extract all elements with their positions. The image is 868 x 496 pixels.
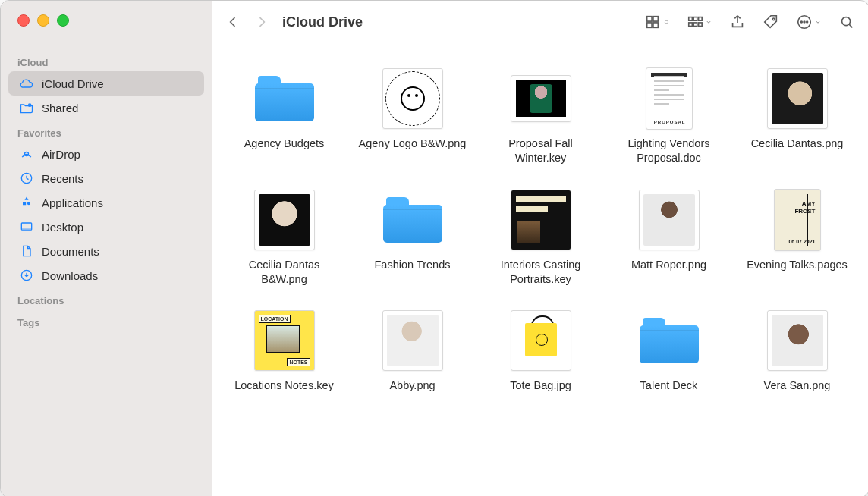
image-thumbnail xyxy=(254,190,315,250)
desktop-icon xyxy=(19,219,34,234)
svg-rect-11 xyxy=(699,17,703,21)
file-label: Abby.png xyxy=(389,378,435,393)
file-item[interactable]: Talent Deck xyxy=(612,309,725,393)
cloud-icon xyxy=(19,76,34,91)
file-item[interactable]: LOCATION NOTES Locations Notes.key xyxy=(228,309,341,393)
doc-footer-text: PROPOSAL xyxy=(654,120,686,124)
sidebar-item-shared[interactable]: Shared xyxy=(8,96,204,120)
file-label: Locations Notes.key xyxy=(234,378,334,393)
svg-rect-9 xyxy=(689,17,693,21)
more-actions-button[interactable] xyxy=(796,14,822,30)
pages-thumbnail: AMY FROST 06.07.2021 xyxy=(774,189,821,251)
document-icon xyxy=(19,243,34,259)
finder-window: iCloud iCloud Drive Shared Favorites xyxy=(0,0,868,496)
file-item[interactable]: Proposal Fall Winter.key xyxy=(484,67,597,165)
sidebar-item-label: Downloads xyxy=(42,269,98,282)
file-label: Cecilia Dantas.png xyxy=(751,137,844,151)
view-mode-button[interactable] xyxy=(644,14,670,30)
search-button[interactable] xyxy=(838,14,855,30)
file-label: Lighting Vendors Proposal.doc xyxy=(612,137,725,165)
file-label: Ageny Logo B&W.png xyxy=(359,137,467,151)
svg-rect-7 xyxy=(647,23,652,27)
sidebar-item-downloads[interactable]: Downloads xyxy=(8,263,204,287)
file-item[interactable]: Cecilia Dantas.png xyxy=(741,67,854,165)
svg-point-15 xyxy=(772,18,775,20)
sidebar-item-recents[interactable]: Recents xyxy=(8,166,204,190)
file-label: Matt Roper.png xyxy=(631,258,706,272)
file-item[interactable]: Fashion Trends xyxy=(356,188,469,287)
svg-rect-6 xyxy=(653,17,658,21)
file-item[interactable]: AMY FROST 06.07.2021 Evening Talks.pages xyxy=(741,188,854,287)
file-label: Fashion Trends xyxy=(375,258,451,272)
sidebar-item-label: Shared xyxy=(42,102,78,115)
sidebar-item-label: Applications xyxy=(42,196,103,209)
sidebar-item-desktop[interactable]: Desktop xyxy=(8,215,204,239)
image-thumbnail xyxy=(382,68,443,129)
file-label: Agency Budgets xyxy=(244,137,325,151)
file-item[interactable]: Ageny Logo B&W.png xyxy=(356,67,469,165)
file-label: Vera San.png xyxy=(764,378,831,393)
file-label: Proposal Fall Winter.key xyxy=(484,137,597,165)
keynote-thumbnail xyxy=(511,75,571,122)
chevron-down-icon xyxy=(814,15,822,29)
back-button[interactable] xyxy=(220,11,246,33)
svg-rect-3 xyxy=(21,223,31,230)
file-item[interactable]: Vera San.png xyxy=(741,309,854,393)
image-thumbnail xyxy=(639,190,700,250)
window-controls xyxy=(1,1,212,49)
content-area[interactable]: Agency Budgets Ageny Logo B&W.png Propos… xyxy=(212,44,868,496)
airdrop-icon xyxy=(19,146,34,162)
close-window-button[interactable] xyxy=(17,14,30,27)
svg-point-20 xyxy=(842,17,851,26)
clock-icon xyxy=(19,171,34,186)
minimize-window-button[interactable] xyxy=(37,14,49,27)
svg-rect-12 xyxy=(689,23,693,27)
sidebar-item-documents[interactable]: Documents xyxy=(8,239,204,263)
svg-point-19 xyxy=(807,21,808,23)
thumb-text: LOCATION xyxy=(259,315,291,323)
svg-rect-8 xyxy=(653,23,658,27)
file-item[interactable]: Agency Budgets xyxy=(228,67,341,165)
sidebar-item-label: Recents xyxy=(42,172,83,185)
main-area: iCloud Drive xyxy=(212,1,868,496)
svg-point-18 xyxy=(804,21,805,23)
window-title: iCloud Drive xyxy=(282,14,363,30)
file-label: Tote Bag.jpg xyxy=(510,378,571,393)
sidebar-item-icloud-drive[interactable]: iCloud Drive xyxy=(8,71,204,96)
thumb-text: AMY xyxy=(802,200,816,207)
share-button[interactable] xyxy=(729,14,746,30)
file-label: Evening Talks.pages xyxy=(747,258,848,272)
fullscreen-window-button[interactable] xyxy=(57,14,69,27)
icon-grid: Agency Budgets Ageny Logo B&W.png Propos… xyxy=(228,67,854,393)
forward-button[interactable] xyxy=(249,11,275,33)
file-item[interactable]: Tote Bag.jpg xyxy=(484,309,597,393)
file-item[interactable]: PROPOSAL Lighting Vendors Proposal.doc xyxy=(612,67,725,165)
sidebar-item-airdrop[interactable]: AirDrop xyxy=(8,142,204,166)
tags-button[interactable] xyxy=(763,14,779,30)
file-item[interactable]: Abby.png xyxy=(356,309,469,393)
sidebar-item-applications[interactable]: Applications xyxy=(8,190,204,215)
file-label: Cecilia Dantas B&W.png xyxy=(228,258,341,287)
sidebar: iCloud iCloud Drive Shared Favorites xyxy=(1,1,212,496)
chevron-down-icon xyxy=(705,15,712,29)
svg-rect-5 xyxy=(647,17,652,21)
folder-icon xyxy=(255,76,314,121)
svg-rect-10 xyxy=(693,17,697,21)
file-item[interactable]: Cecilia Dantas B&W.png xyxy=(228,188,341,287)
group-by-button[interactable] xyxy=(687,14,712,30)
toolbar: iCloud Drive xyxy=(212,1,868,44)
keynote-thumbnail: LOCATION NOTES xyxy=(254,310,315,371)
file-item[interactable]: Interiors Casting Portraits.key xyxy=(484,188,597,287)
file-item[interactable]: Matt Roper.png xyxy=(612,188,725,287)
image-thumbnail xyxy=(511,310,571,371)
image-thumbnail xyxy=(382,310,443,371)
sidebar-item-label: AirDrop xyxy=(42,148,80,161)
file-label: Interiors Casting Portraits.key xyxy=(484,258,597,287)
thumb-text: FROST xyxy=(794,208,815,215)
thumb-text: 06.07.2021 xyxy=(788,239,815,244)
svg-point-0 xyxy=(29,104,31,106)
sidebar-section-label: iCloud xyxy=(1,49,212,71)
image-thumbnail xyxy=(767,310,828,371)
svg-rect-13 xyxy=(693,23,697,27)
sidebar-section-label: Tags xyxy=(1,309,212,331)
